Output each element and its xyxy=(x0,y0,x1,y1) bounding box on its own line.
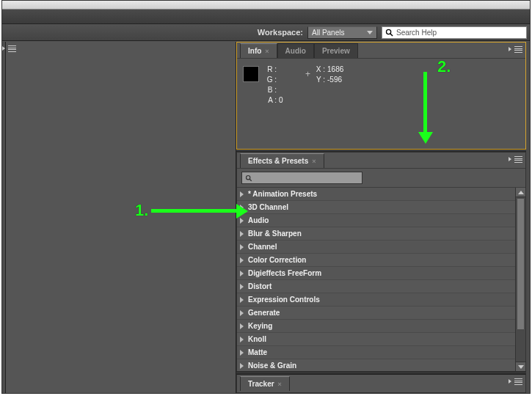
workspace-selected-value: All Panels xyxy=(312,29,344,37)
a-value: 0 xyxy=(279,95,283,106)
disclosure-triangle-icon[interactable] xyxy=(240,363,244,369)
effects-category-item[interactable]: Audio xyxy=(237,214,515,227)
r-label: R : xyxy=(265,65,277,75)
effects-category-item[interactable]: Digieffects FreeForm xyxy=(237,267,515,280)
disclosure-triangle-icon[interactable] xyxy=(240,191,244,197)
effects-category-label: 3D Channel xyxy=(248,203,288,211)
disclosure-triangle-icon[interactable] xyxy=(240,244,244,250)
effects-category-label: Generate xyxy=(248,309,280,317)
workspace-bar: Workspace: All Panels Search Help xyxy=(2,24,530,41)
annotation-2-label: 2. xyxy=(437,57,451,76)
close-icon[interactable]: × xyxy=(278,381,282,388)
search-icon xyxy=(245,175,252,182)
disclosure-triangle-icon[interactable] xyxy=(240,310,244,316)
disclosure-triangle-icon[interactable] xyxy=(240,337,244,342)
effects-category-item[interactable]: Noise & Grain xyxy=(237,359,515,371)
panel-menu-button[interactable] xyxy=(512,45,522,54)
effects-category-item[interactable]: Color Correction xyxy=(237,254,515,267)
right-gutter xyxy=(526,42,530,393)
tab-audio[interactable]: Audio xyxy=(277,43,314,58)
annotation-1-label: 1. xyxy=(135,201,148,220)
effects-category-label: Distort xyxy=(248,282,272,290)
g-label: G : xyxy=(265,75,277,85)
effects-category-item[interactable]: Distort xyxy=(237,280,515,293)
right-column: Info × Audio Preview xyxy=(236,42,526,393)
effects-category-item[interactable]: * Animation Presets xyxy=(237,188,515,201)
color-swatch xyxy=(243,66,259,82)
effects-category-label: Blur & Sharpen xyxy=(248,230,302,238)
info-body: R : G : B : A :0 + X :1686 Y :-596 xyxy=(237,59,525,149)
tab-tracker-label: Tracker xyxy=(248,380,274,388)
a-label: A : xyxy=(265,95,277,106)
panel-menu-button[interactable] xyxy=(6,42,19,55)
scrollbar-thumb[interactable] xyxy=(517,198,525,330)
tab-info-label: Info xyxy=(248,47,261,55)
x-label: X : xyxy=(313,65,325,75)
tab-audio-label: Audio xyxy=(285,47,306,55)
effects-category-label: Color Correction xyxy=(248,256,306,264)
close-icon[interactable]: × xyxy=(265,48,269,55)
svg-line-3 xyxy=(249,179,252,181)
svg-point-2 xyxy=(247,175,250,179)
disclosure-triangle-icon[interactable] xyxy=(240,271,244,276)
effects-category-item[interactable]: Generate xyxy=(237,307,515,320)
chevron-down-icon xyxy=(367,31,373,34)
effects-category-item[interactable]: Matte xyxy=(237,346,515,359)
b-label: B : xyxy=(265,85,277,95)
disclosure-triangle-icon[interactable] xyxy=(240,231,244,237)
disclosure-triangle-icon[interactable] xyxy=(240,218,244,224)
arrow-down-icon xyxy=(423,72,427,133)
hamburger-icon xyxy=(6,45,16,53)
tab-info[interactable]: Info × xyxy=(240,43,277,58)
tab-tracker[interactable]: Tracker × xyxy=(240,376,290,391)
effects-search-input[interactable] xyxy=(241,172,362,184)
workspace-dropdown[interactable]: All Panels xyxy=(307,26,377,39)
panel-menu-button[interactable] xyxy=(512,378,522,386)
effects-category-item[interactable]: 3D Channel xyxy=(237,201,515,214)
caret-up-icon xyxy=(518,191,524,194)
effects-category-item[interactable]: Knoll xyxy=(237,333,515,346)
disclosure-triangle-icon[interactable] xyxy=(240,257,244,263)
effects-tree: * Animation Presets3D ChannelAudioBlur &… xyxy=(237,187,525,371)
y-label: Y : xyxy=(313,75,325,85)
tracker-panel-tabs: Tracker × xyxy=(237,375,525,391)
help-search-input[interactable]: Search Help xyxy=(382,26,527,39)
effects-category-label: * Animation Presets xyxy=(248,190,317,198)
y-value: -596 xyxy=(327,75,342,85)
disclosure-triangle-icon[interactable] xyxy=(240,323,244,329)
disclosure-triangle-icon[interactable] xyxy=(240,284,244,290)
effects-category-item[interactable]: Channel xyxy=(237,241,515,254)
close-icon[interactable]: × xyxy=(312,158,316,165)
help-search-placeholder: Search Help xyxy=(396,29,437,37)
effects-category-item[interactable]: Expression Controls xyxy=(237,293,515,307)
scroll-up-button[interactable] xyxy=(516,188,525,197)
crosshair-icon: + xyxy=(305,69,310,143)
effects-category-item[interactable]: Blur & Sharpen xyxy=(237,227,515,241)
app-window: Workspace: All Panels Search Help xyxy=(1,0,531,394)
svg-point-0 xyxy=(386,29,390,34)
effects-presets-panel: Effects & Presets × * Animation Presets3… xyxy=(236,152,526,372)
panel-menu-button[interactable] xyxy=(512,155,522,164)
info-panel-tabs: Info × Audio Preview xyxy=(237,43,525,59)
effects-category-item[interactable]: Keying xyxy=(237,320,515,333)
window-titlebar[interactable] xyxy=(2,1,530,10)
rgba-readout: R : G : B : A :0 xyxy=(265,65,305,143)
tracker-panel: Tracker × xyxy=(236,374,526,393)
app-menubar[interactable] xyxy=(2,10,530,24)
tab-effects-presets-label: Effects & Presets xyxy=(248,157,308,165)
info-panel: Info × Audio Preview xyxy=(236,42,526,150)
x-value: 1686 xyxy=(327,65,343,75)
tab-effects-presets[interactable]: Effects & Presets × xyxy=(240,153,324,168)
tab-preview-label: Preview xyxy=(322,47,350,55)
effects-category-label: Audio xyxy=(248,216,269,224)
scrollbar[interactable] xyxy=(515,188,525,371)
effects-category-label: Channel xyxy=(248,243,277,251)
disclosure-triangle-icon[interactable] xyxy=(240,350,244,356)
annotation-1: 1. xyxy=(135,201,238,220)
tab-preview[interactable]: Preview xyxy=(314,43,358,58)
scroll-down-button[interactable] xyxy=(516,362,525,371)
svg-line-1 xyxy=(390,33,393,35)
effects-category-label: Noise & Grain xyxy=(248,362,296,370)
effects-category-label: Keying xyxy=(248,322,272,330)
disclosure-triangle-icon[interactable] xyxy=(240,297,244,303)
